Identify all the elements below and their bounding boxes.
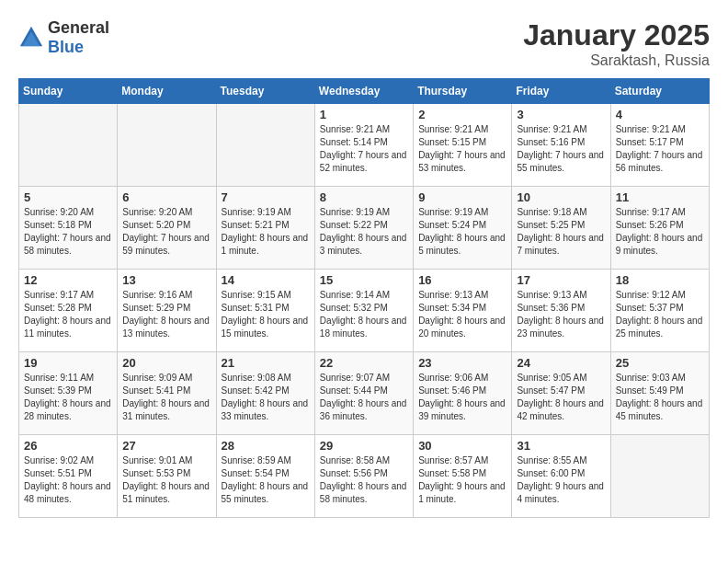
logo-icon xyxy=(18,25,44,51)
calendar-cell: 5Sunrise: 9:20 AMSunset: 5:18 PMDaylight… xyxy=(19,187,118,270)
day-info: Sunrise: 9:21 AMSunset: 5:16 PMDaylight:… xyxy=(517,123,605,175)
calendar-cell: 23Sunrise: 9:06 AMSunset: 5:46 PMDayligh… xyxy=(414,352,512,435)
calendar-cell: 14Sunrise: 9:15 AMSunset: 5:31 PMDayligh… xyxy=(216,270,314,352)
day-number: 25 xyxy=(616,356,704,370)
calendar-cell: 12Sunrise: 9:17 AMSunset: 5:28 PMDayligh… xyxy=(19,270,118,352)
day-info: Sunrise: 8:57 AMSunset: 5:58 PMDaylight:… xyxy=(418,454,506,506)
day-info: Sunrise: 9:21 AMSunset: 5:14 PMDaylight:… xyxy=(320,123,408,175)
day-info: Sunrise: 8:58 AMSunset: 5:56 PMDaylight:… xyxy=(320,454,408,506)
col-friday: Friday xyxy=(512,79,610,104)
calendar-cell: 2Sunrise: 9:21 AMSunset: 5:15 PMDaylight… xyxy=(414,104,512,187)
day-info: Sunrise: 9:13 AMSunset: 5:36 PMDaylight:… xyxy=(517,289,605,340)
day-number: 27 xyxy=(122,439,210,453)
day-info: Sunrise: 9:19 AMSunset: 5:22 PMDaylight:… xyxy=(320,206,408,258)
day-info: Sunrise: 9:07 AMSunset: 5:44 PMDaylight:… xyxy=(320,372,408,423)
calendar-cell: 6Sunrise: 9:20 AMSunset: 5:20 PMDaylight… xyxy=(118,187,216,270)
page-header: General Blue January 2025 Saraktash, Rus… xyxy=(18,18,710,69)
day-info: Sunrise: 9:14 AMSunset: 5:32 PMDaylight:… xyxy=(320,289,408,340)
calendar-cell: 13Sunrise: 9:16 AMSunset: 5:29 PMDayligh… xyxy=(118,270,216,352)
calendar-cell: 26Sunrise: 9:02 AMSunset: 5:51 PMDayligh… xyxy=(19,435,118,518)
day-info: Sunrise: 9:11 AMSunset: 5:39 PMDaylight:… xyxy=(24,372,112,423)
day-number: 10 xyxy=(517,190,605,204)
day-info: Sunrise: 9:15 AMSunset: 5:31 PMDaylight:… xyxy=(222,289,310,340)
calendar-table: Sunday Monday Tuesday Wednesday Thursday… xyxy=(18,78,710,518)
day-info: Sunrise: 9:17 AMSunset: 5:26 PMDaylight:… xyxy=(616,206,704,258)
col-wednesday: Wednesday xyxy=(314,79,413,104)
calendar-cell xyxy=(610,435,709,518)
day-number: 30 xyxy=(418,439,506,453)
calendar-cell: 21Sunrise: 9:08 AMSunset: 5:42 PMDayligh… xyxy=(216,352,314,435)
logo: General Blue xyxy=(18,18,109,57)
day-number: 3 xyxy=(517,108,605,121)
day-info: Sunrise: 9:12 AMSunset: 5:37 PMDaylight:… xyxy=(616,289,704,340)
day-number: 1 xyxy=(320,108,408,121)
day-number: 17 xyxy=(517,273,605,287)
day-number: 26 xyxy=(24,439,112,453)
day-info: Sunrise: 9:05 AMSunset: 5:47 PMDaylight:… xyxy=(517,372,605,423)
col-saturday: Saturday xyxy=(610,79,709,104)
calendar-cell: 29Sunrise: 8:58 AMSunset: 5:56 PMDayligh… xyxy=(314,435,413,518)
day-number: 24 xyxy=(517,356,605,370)
day-info: Sunrise: 9:19 AMSunset: 5:21 PMDaylight:… xyxy=(222,206,310,258)
col-sunday: Sunday xyxy=(19,79,118,104)
day-info: Sunrise: 9:20 AMSunset: 5:20 PMDaylight:… xyxy=(122,206,210,258)
header-row: Sunday Monday Tuesday Wednesday Thursday… xyxy=(19,79,710,104)
calendar-cell: 16Sunrise: 9:13 AMSunset: 5:34 PMDayligh… xyxy=(414,270,512,352)
calendar-cell: 24Sunrise: 9:05 AMSunset: 5:47 PMDayligh… xyxy=(512,352,610,435)
day-number: 2 xyxy=(418,108,506,121)
calendar-week-4: 19Sunrise: 9:11 AMSunset: 5:39 PMDayligh… xyxy=(19,352,710,435)
calendar-cell: 1Sunrise: 9:21 AMSunset: 5:14 PMDaylight… xyxy=(314,104,413,187)
calendar-cell: 17Sunrise: 9:13 AMSunset: 5:36 PMDayligh… xyxy=(512,270,610,352)
day-number: 11 xyxy=(616,190,704,204)
calendar-week-5: 26Sunrise: 9:02 AMSunset: 5:51 PMDayligh… xyxy=(19,435,710,518)
day-info: Sunrise: 9:21 AMSunset: 5:17 PMDaylight:… xyxy=(616,123,704,175)
calendar-cell: 15Sunrise: 9:14 AMSunset: 5:32 PMDayligh… xyxy=(314,270,413,352)
day-info: Sunrise: 9:09 AMSunset: 5:41 PMDaylight:… xyxy=(122,372,210,423)
day-number: 22 xyxy=(320,356,408,370)
logo-text: General Blue xyxy=(48,18,109,57)
day-number: 29 xyxy=(320,439,408,453)
month-year: January 2025 xyxy=(523,18,710,52)
calendar-cell xyxy=(19,104,118,187)
day-info: Sunrise: 9:01 AMSunset: 5:53 PMDaylight:… xyxy=(122,454,210,506)
calendar-cell: 10Sunrise: 9:18 AMSunset: 5:25 PMDayligh… xyxy=(512,187,610,270)
col-thursday: Thursday xyxy=(414,79,512,104)
calendar-cell: 11Sunrise: 9:17 AMSunset: 5:26 PMDayligh… xyxy=(610,187,709,270)
day-info: Sunrise: 9:19 AMSunset: 5:24 PMDaylight:… xyxy=(418,206,506,258)
day-info: Sunrise: 8:59 AMSunset: 5:54 PMDaylight:… xyxy=(222,454,310,506)
day-number: 6 xyxy=(122,190,210,204)
calendar-cell xyxy=(118,104,216,187)
day-number: 4 xyxy=(616,108,704,121)
day-info: Sunrise: 9:08 AMSunset: 5:42 PMDaylight:… xyxy=(222,372,310,423)
calendar-cell: 18Sunrise: 9:12 AMSunset: 5:37 PMDayligh… xyxy=(610,270,709,352)
title-block: January 2025 Saraktash, Russia xyxy=(523,18,710,69)
calendar-cell: 25Sunrise: 9:03 AMSunset: 5:49 PMDayligh… xyxy=(610,352,709,435)
day-info: Sunrise: 9:06 AMSunset: 5:46 PMDaylight:… xyxy=(418,372,506,423)
calendar-cell: 4Sunrise: 9:21 AMSunset: 5:17 PMDaylight… xyxy=(610,104,709,187)
day-info: Sunrise: 9:20 AMSunset: 5:18 PMDaylight:… xyxy=(24,206,112,258)
day-number: 28 xyxy=(222,439,310,453)
day-info: Sunrise: 9:02 AMSunset: 5:51 PMDaylight:… xyxy=(24,454,112,506)
day-number: 8 xyxy=(320,190,408,204)
day-info: Sunrise: 9:16 AMSunset: 5:29 PMDaylight:… xyxy=(122,289,210,340)
day-number: 20 xyxy=(122,356,210,370)
day-number: 16 xyxy=(418,273,506,287)
calendar-cell: 31Sunrise: 8:55 AMSunset: 6:00 PMDayligh… xyxy=(512,435,610,518)
day-info: Sunrise: 9:17 AMSunset: 5:28 PMDaylight:… xyxy=(24,289,112,340)
day-number: 31 xyxy=(517,439,605,453)
day-number: 5 xyxy=(24,190,112,204)
calendar-cell: 22Sunrise: 9:07 AMSunset: 5:44 PMDayligh… xyxy=(314,352,413,435)
calendar-cell: 28Sunrise: 8:59 AMSunset: 5:54 PMDayligh… xyxy=(216,435,314,518)
day-info: Sunrise: 9:21 AMSunset: 5:15 PMDaylight:… xyxy=(418,123,506,175)
calendar-cell xyxy=(216,104,314,187)
calendar-cell: 30Sunrise: 8:57 AMSunset: 5:58 PMDayligh… xyxy=(414,435,512,518)
day-info: Sunrise: 9:13 AMSunset: 5:34 PMDaylight:… xyxy=(418,289,506,340)
day-number: 13 xyxy=(122,273,210,287)
day-number: 14 xyxy=(222,273,310,287)
calendar-week-2: 5Sunrise: 9:20 AMSunset: 5:18 PMDaylight… xyxy=(19,187,710,270)
location: Saraktash, Russia xyxy=(523,52,710,69)
day-number: 23 xyxy=(418,356,506,370)
day-number: 19 xyxy=(24,356,112,370)
day-number: 15 xyxy=(320,273,408,287)
calendar-cell: 19Sunrise: 9:11 AMSunset: 5:39 PMDayligh… xyxy=(19,352,118,435)
